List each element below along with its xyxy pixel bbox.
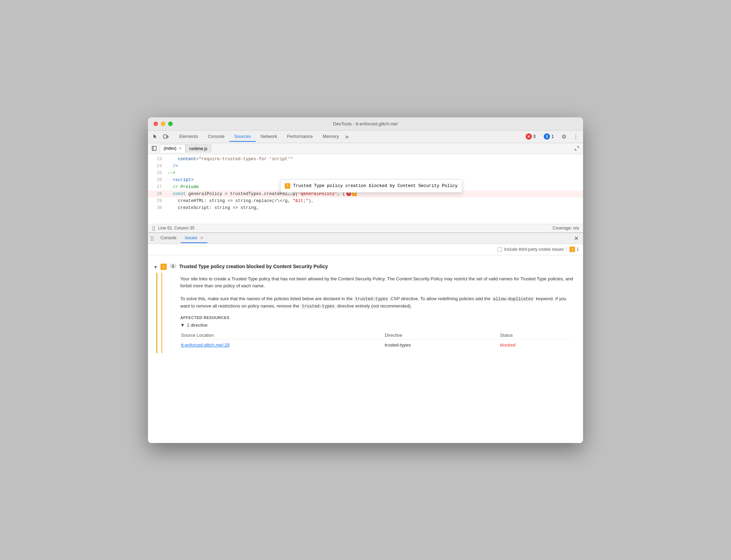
line-number-29: 29 — [148, 197, 165, 204]
third-party-cookie-label: Include third-party cookie issues — [504, 247, 564, 252]
directive-count: 1 directive — [187, 322, 207, 328]
tab-elements[interactable]: Elements — [174, 132, 203, 142]
directive-header[interactable]: ▼ 1 directive — [180, 322, 573, 328]
title-bar: DevTools - tt-enforced.glitch.me/ — [148, 117, 583, 131]
issues-badge-count: 1 — [576, 247, 579, 252]
drag-handle[interactable] — [151, 236, 154, 241]
tab-memory[interactable]: Memory — [318, 132, 344, 142]
settings-button[interactable]: ⚙ — [559, 132, 568, 141]
errors-badge-button[interactable]: ✕ 3 — [523, 132, 539, 141]
issue-desc2-prefix: To solve this, make sure that the names … — [180, 296, 354, 301]
issues-icon: ℹ — [544, 133, 550, 140]
tooltip-text: Trusted Type policy creation blocked by … — [293, 182, 458, 189]
devtools-window: DevTools - tt-enforced.glitch.me/ Elemen… — [148, 117, 583, 443]
more-tabs-button[interactable]: » — [344, 133, 350, 140]
issue-code-3: trusted-types — [300, 304, 336, 309]
line-number-23: 23 — [148, 156, 165, 163]
maximize-button[interactable] — [168, 122, 173, 126]
issue-expand-row[interactable]: ▼ ! 1 Trusted Type policy creation block… — [148, 261, 583, 273]
affected-resources: AFFECTED RESOURCES ▼ 1 directive Source … — [180, 316, 573, 350]
filter-separator — [566, 247, 567, 252]
panel-close-button[interactable]: ✕ — [572, 234, 580, 242]
collapse-sidebar-button[interactable] — [151, 145, 158, 152]
issue-description-2: To solve this, make sure that the names … — [180, 295, 573, 310]
issue-body: Your site tries to create a Trusted Type… — [162, 273, 577, 353]
line-number-30: 30 — [148, 204, 165, 211]
status-bar: {} Line 62, Column 35 Coverage: n/a — [148, 224, 583, 232]
issue-warn-icon: ! — [160, 264, 167, 270]
col-status: Status — [500, 331, 573, 340]
svg-rect-2 — [152, 146, 156, 150]
cursor-icon[interactable] — [151, 132, 160, 141]
table-row: tt-enforced.glitch.me/:28 trusted-types … — [181, 340, 573, 350]
error-icon: ✕ — [526, 133, 532, 140]
format-button[interactable]: {} — [152, 225, 155, 231]
tooltip-arrow-inner — [297, 195, 302, 197]
third-party-cookie-checkbox[interactable] — [497, 247, 502, 252]
devtools-header: Elements Console Sources Network Perform… — [148, 131, 583, 143]
panel-tab-issues-label: Issues — [185, 235, 197, 240]
code-line-23: 23 content="require-trusted-types-for 's… — [148, 156, 583, 163]
nav-tabs: Elements Console Sources Network Perform… — [174, 132, 521, 142]
line-number-25: 25 — [148, 170, 165, 177]
tab-network[interactable]: Network — [256, 132, 282, 142]
line-content-25[interactable]: --> — [165, 170, 583, 177]
issue-code-1: trusted-types — [354, 296, 390, 302]
code-line-30: 30 createScript: string => string, — [148, 204, 583, 211]
source-tab-runtime-label: runtime.js — [189, 146, 207, 151]
tooltip-box: ! Trusted Type policy creation blocked b… — [280, 179, 462, 193]
panel-tab-issues-close[interactable]: ✕ — [200, 236, 203, 240]
line-content-23[interactable]: content="require-trusted-types-for 'scri… — [165, 156, 583, 163]
source-link[interactable]: tt-enforced.glitch.me/:28 — [181, 342, 229, 348]
coverage-status: Coverage: n/a — [553, 226, 579, 231]
col-source: Source Location — [181, 331, 384, 340]
expand-editor-button[interactable] — [573, 145, 580, 152]
panel-tab-console[interactable]: Console — [156, 233, 181, 243]
line-number-26: 26 — [148, 177, 165, 184]
code-editor: 23 content="require-trusted-types-for 's… — [148, 154, 583, 224]
bottom-panel: Console Issues ✕ ✕ Include third-party c… — [148, 232, 583, 443]
issues-badge-icon: ! — [569, 247, 575, 252]
window-title: DevTools - tt-enforced.glitch.me/ — [333, 121, 398, 126]
svg-rect-1 — [167, 136, 168, 138]
issue-description-1: Your site tries to create a Trusted Type… — [180, 275, 573, 290]
more-options-button[interactable]: ⋮ — [571, 132, 580, 141]
tab-console[interactable]: Console — [203, 132, 229, 142]
tooltip-container: ! Trusted Type policy creation blocked b… — [280, 179, 462, 193]
code-line-29: 29 createHTML: string => string.replace(… — [148, 197, 583, 204]
source-tab-runtime[interactable]: runtime.js — [186, 144, 211, 153]
issues-badge-button[interactable]: ℹ 1 — [541, 132, 557, 141]
issues-content: ▼ ! 1 Trusted Type policy creation block… — [148, 255, 583, 443]
header-icons — [151, 132, 170, 141]
tab-performance[interactable]: Performance — [282, 132, 317, 142]
third-party-cookie-filter[interactable]: Include third-party cookie issues — [497, 247, 564, 252]
issues-badge: ! 1 — [569, 247, 579, 252]
code-line-25: 25 --> — [148, 170, 583, 177]
line-content-30[interactable]: createScript: string => string, — [165, 204, 583, 211]
device-icon[interactable] — [161, 132, 170, 141]
panel-tabs-bar: Console Issues ✕ ✕ — [148, 233, 583, 244]
panel-tab-issues[interactable]: Issues ✕ — [181, 233, 207, 243]
issue-code-2: allow-duplicates — [492, 296, 535, 302]
close-button[interactable] — [154, 122, 158, 126]
issues-filter-bar: Include third-party cookie issues ! 1 — [148, 244, 583, 255]
line-number-27: 27 — [148, 184, 165, 190]
issue-desc2-suffix: directive entirely (not recommended). — [336, 303, 412, 309]
source-tabs-bar: (index) ✕ runtime.js — [148, 143, 583, 154]
source-tab-index-close[interactable]: ✕ — [179, 146, 182, 151]
errors-count: 3 — [533, 134, 536, 139]
issue-title: Trusted Type policy creation blocked by … — [179, 264, 328, 269]
line-content-24[interactable]: /> — [165, 163, 583, 170]
line-number-24: 24 — [148, 163, 165, 170]
source-tab-index[interactable]: (index) ✕ — [160, 144, 186, 153]
affected-label: AFFECTED RESOURCES — [180, 316, 573, 320]
tooltip-arrow — [287, 193, 293, 195]
directive-value: trusted-types — [385, 340, 499, 350]
minimize-button[interactable] — [161, 122, 165, 126]
status-badge: blocked — [500, 342, 516, 348]
line-content-29[interactable]: createHTML: string => string.replace(/\<… — [165, 197, 583, 204]
tab-sources[interactable]: Sources — [229, 132, 256, 142]
svg-rect-0 — [164, 135, 167, 138]
code-line-24: 24 /> — [148, 163, 583, 170]
line-number-28: 28 — [148, 190, 165, 197]
